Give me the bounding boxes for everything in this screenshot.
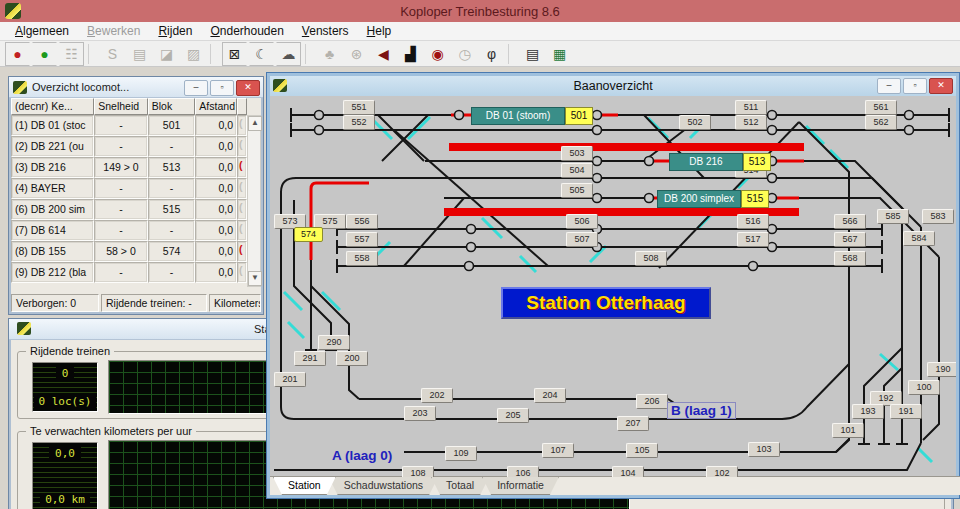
baan-close-button[interactable]: ✕ (929, 78, 953, 94)
block-label-556[interactable]: 556 (346, 214, 378, 229)
block-label-584[interactable]: 584 (903, 231, 935, 246)
baan-restore-button[interactable]: ▫ (903, 78, 927, 94)
loco-restore-button[interactable]: ▫ (210, 80, 234, 96)
locomotive-icon[interactable]: ▟ (398, 42, 423, 66)
stop-signal-icon[interactable]: ◉ (425, 42, 450, 66)
block-label-558[interactable]: 558 (346, 251, 378, 266)
column-header[interactable]: Blok (148, 98, 196, 115)
table-row[interactable]: (3) DB 216149 > 05130,0( (11, 157, 247, 178)
block-label-508[interactable]: 508 (635, 251, 667, 266)
track-diagram[interactable]: 5515115615525025125625035045145055565065… (270, 96, 956, 477)
block-label-585[interactable]: 585 (877, 209, 909, 224)
block-label-567[interactable]: 567 (834, 232, 866, 247)
key-icon[interactable]: φ (479, 42, 504, 66)
block-label-205[interactable]: 205 (497, 408, 529, 423)
signal-green-icon[interactable]: ● (32, 42, 57, 66)
block-label-505[interactable]: 505 (561, 183, 593, 198)
track-overview-window[interactable]: Baanoverzicht –▫✕ (266, 72, 960, 499)
scroll-up-button[interactable]: ▲ (248, 116, 262, 131)
menu-onderhouden[interactable]: Onderhouden (201, 22, 292, 40)
block-label-204[interactable]: 204 (534, 388, 566, 403)
menu-vensters[interactable]: Vensters (293, 22, 358, 40)
baan-minimize-button[interactable]: – (877, 78, 901, 94)
block-label-206[interactable]: 206 (636, 394, 668, 409)
block-label-503[interactable]: 503 (561, 146, 593, 161)
app-titlebar[interactable]: Koploper Treinbesturing 8.6 (0, 0, 960, 23)
table-row[interactable]: (8) DB 15558 > 05740,0( (11, 241, 247, 262)
block-label-102[interactable]: 102 (706, 466, 738, 477)
block-label-504[interactable]: 504 (561, 163, 593, 178)
table-row[interactable]: (7) DB 614--0,0( (11, 220, 247, 241)
loco-window-titlebar[interactable]: Overzicht locomot... –▫✕ (9, 77, 263, 98)
block-label-291[interactable]: 291 (294, 351, 326, 366)
scroll-down-button[interactable]: ▼ (248, 271, 262, 286)
block-label-202[interactable]: 202 (421, 388, 453, 403)
train-block-label[interactable]: 515 (741, 190, 769, 208)
export-excel-icon[interactable]: ▦ (547, 42, 572, 66)
block-label-103[interactable]: 103 (748, 442, 780, 457)
train-label[interactable]: DB 200 simplex (657, 190, 741, 208)
tab-totaal[interactable]: Totaal (431, 477, 489, 495)
table-row[interactable]: (1) DB 01 (stoc-5010,0( (11, 115, 247, 136)
block-label-207[interactable]: 207 (617, 416, 649, 431)
train-block-label[interactable]: 501 (565, 107, 593, 125)
table-row[interactable]: (9) DB 212 (bla--0,0( (11, 262, 247, 283)
loco-overview-window[interactable]: Overzicht locomot... –▫✕ (decnr) Ke...Sn… (8, 76, 264, 315)
column-header[interactable]: (decnr) Ke... (11, 98, 94, 115)
tab-informatie[interactable]: Informatie (482, 477, 559, 495)
menu-rijden[interactable]: Rijden (149, 22, 201, 40)
train-label[interactable]: DB 01 (stoom) (471, 107, 565, 125)
block-label-511[interactable]: 511 (735, 100, 767, 115)
table-row[interactable]: (6) DB 200 sim-5150,0( (11, 199, 247, 220)
baan-titlebar[interactable]: Baanoverzicht –▫✕ (270, 76, 956, 96)
loco-table-scrollbar[interactable]: ▲ ▼ (247, 115, 261, 287)
column-header[interactable]: Afstand (195, 98, 237, 115)
block-label-108[interactable]: 108 (402, 466, 434, 477)
lantern-off-icon[interactable]: ⊠ (222, 42, 247, 66)
menu-help[interactable]: Help (358, 22, 401, 40)
block-label-566[interactable]: 566 (834, 214, 866, 229)
block-label-203[interactable]: 203 (404, 406, 436, 421)
block-label-106[interactable]: 106 (507, 466, 539, 477)
block-label-561[interactable]: 561 (865, 100, 897, 115)
block-label-562[interactable]: 562 (865, 115, 897, 130)
block-label-517[interactable]: 517 (737, 232, 769, 247)
printer-icon[interactable]: ▤ (520, 42, 545, 66)
block-label-507[interactable]: 507 (566, 232, 598, 247)
loco-minimize-button[interactable]: – (184, 80, 208, 96)
block-label-191[interactable]: 191 (890, 404, 922, 419)
block-label-105[interactable]: 105 (626, 443, 658, 458)
column-header[interactable]: Snelheid (94, 98, 148, 115)
table-row[interactable]: (2) DB 221 (ou--0,0( (11, 136, 247, 157)
block-label-512[interactable]: 512 (735, 115, 767, 130)
speaker-icon[interactable]: ◀ (371, 42, 396, 66)
column-header[interactable] (237, 98, 247, 115)
block-label-193[interactable]: 193 (852, 404, 884, 419)
block-label-200[interactable]: 200 (336, 351, 368, 366)
block-label-109[interactable]: 109 (445, 446, 477, 461)
block-label-104[interactable]: 104 (612, 466, 644, 477)
menu-algemeen[interactable]: Algemeen (6, 22, 78, 40)
block-label-502[interactable]: 502 (679, 115, 711, 130)
block-label-100[interactable]: 100 (908, 380, 940, 395)
block-label-290[interactable]: 290 (318, 335, 350, 350)
block-label-516[interactable]: 516 (737, 214, 769, 229)
table-row[interactable]: (4) BAYER--0,0( (11, 178, 247, 199)
tab-schaduwstations[interactable]: Schaduwstations (329, 477, 438, 495)
loco-close-button[interactable]: ✕ (236, 80, 260, 96)
block-label-551[interactable]: 551 (343, 100, 375, 115)
block-label-557[interactable]: 557 (346, 232, 378, 247)
ghost-icon[interactable]: ☁ (276, 42, 301, 66)
lamp-icon[interactable]: ☾ (249, 42, 274, 66)
block-label-506[interactable]: 506 (566, 214, 598, 229)
tab-station[interactable]: Station (273, 477, 336, 495)
block-label-583[interactable]: 583 (922, 209, 954, 224)
block-label-101[interactable]: 101 (832, 423, 864, 438)
block-label-190[interactable]: 190 (927, 362, 956, 377)
train-label[interactable]: DB 216 (669, 153, 743, 171)
block-label-107[interactable]: 107 (542, 443, 574, 458)
block-label-552[interactable]: 552 (343, 115, 375, 130)
block-label-568[interactable]: 568 (834, 251, 866, 266)
signal-red-icon[interactable]: ● (5, 42, 30, 66)
block-label-201[interactable]: 201 (274, 372, 306, 387)
